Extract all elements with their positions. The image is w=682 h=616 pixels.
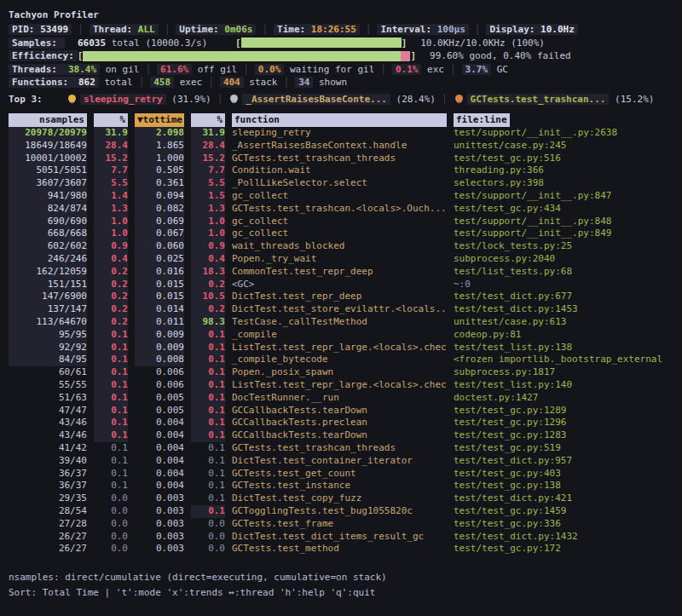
file-line-cell: unittest/case.py:613 <box>454 316 677 329</box>
pct-direct-cell: 0.1 <box>94 429 128 442</box>
table-row[interactable]: 27/280.00.0030.0GCTests.test_frametest/t… <box>9 518 682 531</box>
column-header-nsamples[interactable]: nsamples <box>9 113 87 127</box>
info-value: 100µs <box>437 24 465 35</box>
table-row[interactable]: 36/370.10.0040.1GCTests.test_get_countte… <box>9 468 682 481</box>
table-row[interactable]: 824/8741.30.0821.3GCTests.test_trashcan.… <box>9 203 682 216</box>
table-row[interactable]: 246/2460.40.0250.4Popen._try_waitsubproc… <box>9 253 682 266</box>
table-row[interactable]: 29/350.00.0030.1DictTest.test_copy_fuzzt… <box>9 492 682 505</box>
column-header-function[interactable]: function <box>232 113 447 127</box>
table-row[interactable]: 147/69000.20.01510.5DictTest.test_repr_d… <box>9 291 682 303</box>
nsamples-cell: 147/6900 <box>9 291 87 303</box>
tottime-cell: 0.005 <box>135 392 184 405</box>
thread-stat-unit: waiting for gil <box>284 64 374 75</box>
info-value: 0m06s <box>224 24 252 35</box>
divider-icon: │ <box>442 94 448 105</box>
file-line-cell: subprocess.py:2040 <box>454 253 677 266</box>
info-label: Uptime: <box>179 24 224 35</box>
thread-stat: 0.0% waiting for gil <box>255 64 374 75</box>
table-row[interactable]: 137/1470.20.0140.2DictTest.test_store_ev… <box>9 303 682 316</box>
table-row[interactable]: 5051/50517.70.5057.7Condition.waitthread… <box>9 164 682 177</box>
table-header: nsamples%▼tottime%functionfile:line <box>9 113 682 127</box>
table-row[interactable]: 3607/36075.50.3615.5_PollLikeSelector.se… <box>9 177 682 190</box>
pct-cumulative-cell: 5.5 <box>191 177 225 190</box>
table-row[interactable]: 43/460.10.0040.1GCCallbackTests.tearDown… <box>9 429 682 442</box>
tottime-cell: 0.003 <box>135 543 184 556</box>
top3-entry: GCTests.test_trashcan... (15.2%) <box>454 94 655 105</box>
table-row[interactable]: 941/9801.40.0941.5gc_collecttest/support… <box>9 190 682 203</box>
nsamples-cell: 51/63 <box>9 392 87 405</box>
tottime-cell: 0.004 <box>135 480 184 492</box>
table-row[interactable]: 26/270.00.0030.0GCTests.test_methodtest/… <box>9 543 682 556</box>
table-row[interactable]: 51/630.10.0050.1DocTestRunner.__rundocte… <box>9 392 682 405</box>
function-cell: gc_collect <box>232 216 447 228</box>
table-row[interactable]: 39/400.10.0040.1DictTest.test_container_… <box>9 455 682 468</box>
tottime-cell: 0.006 <box>135 379 184 392</box>
pct-cumulative-cell: 0.0 <box>191 543 225 556</box>
function-cell: ListTest.test_repr_large.<locals>.check <box>232 379 447 392</box>
thread-stat-unit: GC <box>491 64 508 75</box>
tottime-cell: 0.004 <box>135 468 184 481</box>
nsamples-cell: 824/874 <box>9 203 87 216</box>
file-line-cell: test/test_gc.py:1283 <box>454 429 677 442</box>
function-cell: GCTests.test_frame <box>232 518 447 531</box>
file-line-cell: test/support/__init__.py:849 <box>454 227 677 240</box>
table-row[interactable]: 41/420.10.0040.1GCTests.test_trashcan_th… <box>9 442 682 455</box>
table-row[interactable]: 113/646700.20.01198.3TestCase._callTestM… <box>9 316 682 329</box>
table-row[interactable]: 602/6020.90.0600.9wait_threads_blockedte… <box>9 240 682 253</box>
tottime-cell: 0.004 <box>135 442 184 455</box>
tottime-cell: 0.003 <box>135 492 184 505</box>
file-line-cell: test/test_dict.py:421 <box>454 492 677 505</box>
table-row[interactable]: 60/610.10.0060.1Popen._posix_spawnsubpro… <box>9 366 682 379</box>
table-row[interactable]: 36/370.10.0040.1GCTests.test_instancetes… <box>9 480 682 492</box>
info-label: Display: <box>489 24 540 35</box>
pct-direct-cell: 0.0 <box>94 531 128 544</box>
pct-cumulative-cell: 0.4 <box>191 253 225 266</box>
function-cell: DictTest.test_container_iterator <box>232 455 447 468</box>
table-row[interactable]: 84/950.10.0080.1_compile_bytecode<frozen… <box>9 354 682 366</box>
table-row[interactable]: 162/120590.20.01618.3CommonTest.test_rep… <box>9 266 682 279</box>
divider-icon: │ <box>139 77 145 88</box>
pct-cumulative-cell: 0.1 <box>191 405 225 417</box>
table-row[interactable]: 26/270.00.0030.0DictTest.test_dict_items… <box>9 531 682 544</box>
pct-cumulative-cell: 0.2 <box>191 303 225 316</box>
top3-percent: (28.4%) <box>390 94 436 105</box>
table-row[interactable]: 20978/2097931.92.09831.9sleeping_retryte… <box>9 127 682 140</box>
table-row[interactable]: 668/6681.00.0671.0gc_collecttest/support… <box>9 227 682 240</box>
table-row[interactable]: 95/950.10.0090.1_compilecodeop.py:81 <box>9 329 682 342</box>
pct-direct-cell: 0.1 <box>94 379 128 392</box>
table-row[interactable]: 10001/1000215.21.00015.2GCTests.test_tra… <box>9 153 682 165</box>
table-row[interactable]: 92/920.10.0090.1ListTest.test_repr_large… <box>9 342 682 354</box>
info-label: Interval: <box>380 24 436 35</box>
table-row[interactable]: 151/1510.20.0150.2<GC>~:0 <box>9 279 682 291</box>
column-header-%[interactable]: % <box>94 113 128 127</box>
top3-function-name: _AssertRaisesBaseConte... <box>242 94 390 105</box>
pct-direct-cell: 0.1 <box>94 342 128 354</box>
function-cell: wait_threads_blocked <box>232 240 447 253</box>
table-row[interactable]: 18649/1864928.41.86528.4_AssertRaisesBas… <box>9 140 682 153</box>
thread-stat-value: 0.1% <box>392 64 422 75</box>
column-header-fileline[interactable]: file:line <box>454 113 510 127</box>
pct-cumulative-cell: 7.7 <box>191 164 225 177</box>
info-segment-thread: Thread: ALL <box>90 24 159 35</box>
function-cell: DictTest.test_copy_fuzz <box>232 492 447 505</box>
file-line-cell: <frozen importlib._bootstrap_external <box>454 354 677 366</box>
table-row[interactable]: 28/540.00.0030.1GCTogglingTests.test_bug… <box>9 505 682 518</box>
pct-cumulative-cell: 0.1 <box>191 342 225 354</box>
pct-cumulative-cell: 0.1 <box>191 329 225 342</box>
column-header-tottime[interactable]: ▼tottime <box>135 113 184 127</box>
function-cell: DictTest.test_repr_deep <box>232 291 447 303</box>
nsamples-cell: 36/37 <box>9 480 87 492</box>
function-stat-value: 404 <box>220 77 244 88</box>
info-label: Time: <box>277 24 311 35</box>
tottime-cell: 1.865 <box>135 140 184 153</box>
table-row[interactable]: 690/6901.00.0691.0gc_collecttest/support… <box>9 216 682 228</box>
pct-cumulative-cell: 0.9 <box>191 240 225 253</box>
column-header-%[interactable]: % <box>191 113 225 127</box>
function-cell: CommonTest.test_repr_deep <box>232 266 447 279</box>
pct-direct-cell: 0.1 <box>94 354 128 366</box>
function-stat: 458 exec <box>150 77 202 88</box>
table-row[interactable]: 43/460.10.0040.1GCCallbackTests.preclean… <box>9 417 682 429</box>
pct-cumulative-cell: 0.1 <box>191 429 225 442</box>
table-row[interactable]: 47/470.10.0050.1GCCallbackTests.tearDown… <box>9 405 682 417</box>
table-row[interactable]: 55/550.10.0060.1ListTest.test_repr_large… <box>9 379 682 392</box>
